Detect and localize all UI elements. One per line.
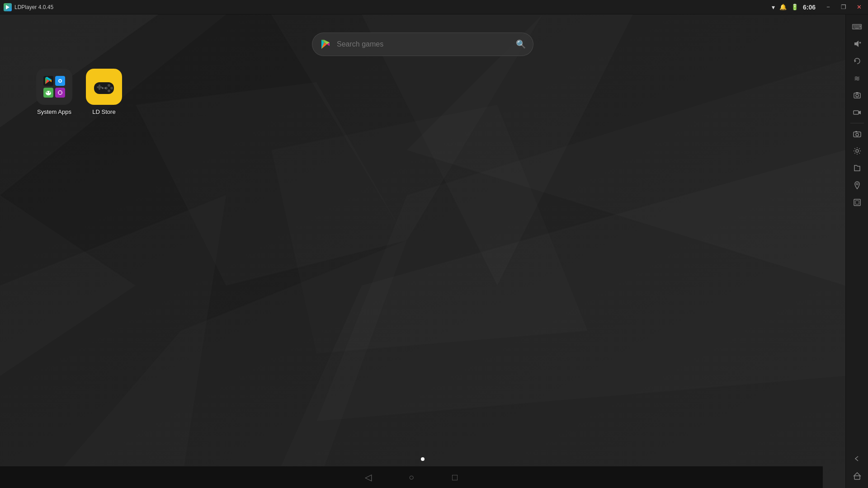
svg-point-55 [856,183,858,185]
svg-point-54 [856,150,859,152]
svg-point-29 [49,92,51,93]
back-nav-button[interactable] [847,450,867,467]
svg-rect-58 [854,476,860,479]
title-bar: LDPlayer 4.0.45 ▾ 🔔 🔋 6:06 − ❐ ✕ [0,0,868,14]
emulator-screen: 🔍 [0,14,845,488]
ldplayer-logo [4,3,12,11]
svg-point-28 [47,92,48,93]
svg-rect-46 [854,93,860,98]
system-apps-label: System Apps [37,108,71,115]
svg-point-37 [110,87,113,89]
search-input[interactable] [337,40,511,48]
bottom-nav-bar: ◁ ○ □ [0,466,823,488]
system-apps-icon-img [36,69,72,105]
title-bar-left: LDPlayer 4.0.45 [0,3,53,11]
settings-button[interactable] [847,143,867,159]
svg-point-40 [102,87,104,89]
home-button[interactable]: ○ [403,469,420,485]
ld-store-icon-img [86,69,122,105]
right-sidebar: ⌨ ≋ [845,14,868,488]
ld-store-icon[interactable]: LD Store [86,69,122,115]
desktop-icons: System Apps [36,69,122,115]
svg-point-41 [104,87,106,89]
back-button[interactable]: ◁ [360,469,376,485]
wifi-icon: ▾ [772,4,775,11]
svg-point-27 [46,91,51,95]
battery-icon: 🔋 [791,4,798,10]
title-bar-right: ▾ 🔔 🔋 6:06 − ❐ ✕ [767,1,868,14]
svg-point-52 [856,133,859,136]
close-button[interactable]: ✕ [852,1,866,14]
svg-marker-0 [6,5,9,9]
background-pattern [0,14,845,488]
svg-point-47 [856,94,859,97]
keyboard-button[interactable]: ⌨ [847,19,867,35]
page-indicator-dot [421,457,425,461]
location-button[interactable] [847,177,867,193]
search-icon: 🔍 [516,39,526,49]
notification-icon: 🔔 [779,4,787,10]
volume-button[interactable] [847,36,867,52]
files-button[interactable] [847,160,867,176]
svg-rect-48 [856,92,859,94]
home-nav-button[interactable] [847,468,867,484]
svg-point-39 [108,89,110,92]
app-title: LDPlayer 4.0.45 [14,4,53,10]
svg-rect-56 [854,199,860,206]
svg-point-25 [59,80,61,82]
clock: 6:06 [803,4,816,11]
shake-button[interactable]: ≋ [847,70,867,86]
capture-button[interactable] [847,194,867,211]
svg-rect-53 [855,131,857,132]
svg-marker-45 [854,60,856,62]
restore-button[interactable]: ❐ [836,1,851,14]
svg-rect-35 [99,84,100,90]
ld-store-label: LD Store [92,108,115,115]
recent-apps-button[interactable]: □ [447,469,463,485]
rotate-button[interactable] [847,53,867,69]
system-apps-icon[interactable]: System Apps [36,69,72,115]
svg-rect-49 [854,111,859,114]
camera-button[interactable] [847,126,867,142]
screenshot-button[interactable] [847,87,867,103]
record-button[interactable] [847,104,867,121]
sidebar-divider-1 [850,123,864,123]
play-store-icon [320,38,332,51]
svg-rect-32 [59,91,61,94]
svg-marker-42 [854,41,859,47]
svg-point-36 [108,84,110,87]
minimize-button[interactable]: − [821,1,835,14]
svg-rect-57 [855,201,859,204]
search-bar[interactable]: 🔍 [312,33,533,56]
system-tray: ▾ 🔔 🔋 6:06 [767,4,820,11]
